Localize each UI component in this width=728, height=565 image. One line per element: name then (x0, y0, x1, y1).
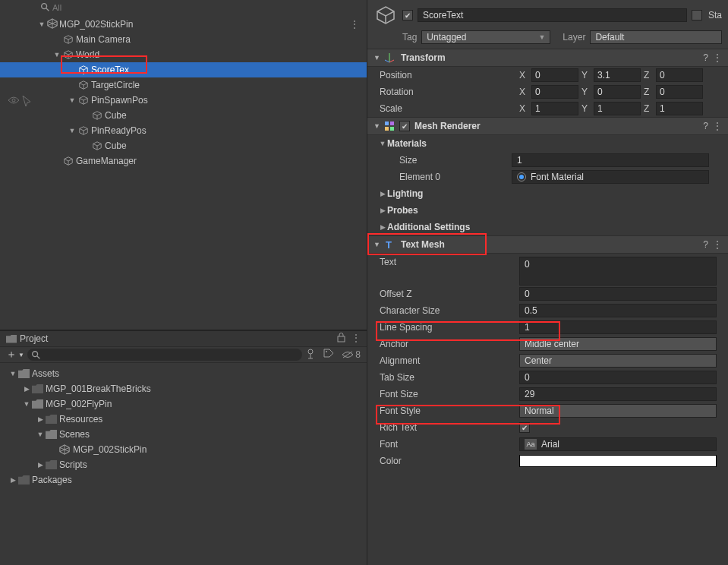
scale-z-field[interactable]: 1 (656, 102, 703, 115)
line-spacing-field[interactable]: 1 (519, 320, 717, 334)
meshrenderer-component-header[interactable]: ▼ Mesh Renderer ? ⋮ (367, 117, 728, 135)
lock-icon[interactable] (337, 333, 345, 345)
create-button[interactable]: ＋▼ (6, 348, 24, 361)
character-size-field[interactable]: 0.5 (519, 304, 717, 317)
tree-item-scoretex[interactable]: ScoreTex (0, 62, 367, 77)
folder-item[interactable]: ▶ Scripts (0, 457, 367, 472)
kebab-icon[interactable]: ⋮ (351, 333, 361, 345)
folder-item[interactable]: ▶ Resources (0, 412, 367, 427)
foldout-icon[interactable]: ▶ (35, 415, 46, 423)
tree-item-world[interactable]: ▼ World (0, 47, 367, 62)
foldout-icon[interactable]: ▼ (8, 370, 18, 377)
static-checkbox[interactable] (692, 10, 702, 21)
packages-folder[interactable]: ▶ Packages (0, 472, 367, 488)
help-icon[interactable]: ? (703, 239, 708, 250)
kebab-icon[interactable]: ⋮ (713, 121, 722, 131)
font-field[interactable]: Aa Arial (519, 437, 717, 451)
project-tab[interactable]: Project ⋮ (0, 331, 367, 346)
foldout-icon[interactable]: ▼ (67, 96, 77, 104)
foldout-icon[interactable]: ▼ (378, 140, 387, 147)
tab-size-label: Tab Size (380, 372, 516, 383)
kebab-icon[interactable]: ⋮ (713, 239, 722, 250)
foldout-icon[interactable]: ▶ (378, 207, 387, 214)
rotation-x-field[interactable]: 0 (531, 85, 578, 99)
layer-dropdown[interactable]: Default (590, 30, 722, 44)
tree-item-cube[interactable]: Cube (0, 138, 367, 153)
element0-field[interactable]: Font Material (512, 170, 709, 184)
foldout-icon[interactable]: ▶ (378, 223, 387, 231)
rotation-z-field[interactable]: 0 (656, 85, 703, 99)
foldout-icon[interactable]: ▶ (35, 461, 46, 469)
position-y-field[interactable]: 3.1 (594, 68, 641, 82)
lighting-header[interactable]: Lighting (387, 188, 423, 199)
gameobject-icon (77, 94, 90, 106)
hidden-count-icon[interactable]: 8 (342, 349, 361, 360)
tree-item-pinspawnpos[interactable]: ▼ PinSpawnPos (0, 93, 367, 108)
assets-folder[interactable]: ▼ Assets (0, 366, 367, 381)
foldout-icon[interactable]: ▼ (67, 127, 77, 134)
tree-item-targetcircle[interactable]: TargetCircle (0, 77, 367, 93)
svg-text:T: T (386, 239, 392, 250)
foldout-icon[interactable]: ▼ (52, 51, 62, 58)
project-search[interactable] (27, 349, 302, 361)
foldout-icon[interactable]: ▶ (8, 476, 18, 484)
color-field[interactable] (519, 455, 717, 467)
materials-size-field[interactable]: 1 (512, 153, 709, 167)
foldout-icon[interactable]: ▼ (21, 400, 32, 408)
folder-item[interactable]: ▶ MGP_001BreakTheBricks (0, 381, 367, 396)
tree-item-pinreadypos[interactable]: ▼ PinReadyPos (0, 123, 367, 138)
help-icon[interactable]: ? (703, 52, 708, 63)
hierarchy-search[interactable]: All (52, 3, 61, 12)
additional-settings-header[interactable]: Additional Settings (387, 222, 470, 232)
help-icon[interactable]: ? (703, 121, 708, 131)
filter-label-icon[interactable] (323, 349, 334, 361)
font-style-dropdown[interactable]: Normal (519, 404, 717, 418)
tree-item-gamemanager[interactable]: GameManager (0, 153, 367, 169)
foldout-icon[interactable]: ▼ (373, 54, 383, 62)
svg-rect-25 (338, 336, 345, 342)
axis-x-label: X (519, 70, 528, 80)
foldout-icon[interactable]: ▶ (21, 385, 32, 393)
tree-item-cube[interactable]: Cube (0, 108, 367, 123)
tree-item-label: Cube (103, 140, 127, 151)
meshrenderer-icon (383, 121, 396, 131)
foldout-icon[interactable]: ▼ (35, 431, 46, 438)
kebab-icon[interactable]: ⋮ (350, 19, 359, 30)
tree-item-label: TargetCircle (90, 80, 140, 90)
filter-type-icon[interactable] (305, 349, 316, 361)
offsetz-field[interactable]: 0 (519, 287, 717, 301)
foldout-icon[interactable]: ▼ (36, 21, 47, 28)
folder-icon (18, 475, 30, 485)
tree-item-main-camera[interactable]: Main Camera (0, 32, 367, 47)
tab-size-field[interactable]: 0 (519, 371, 717, 384)
tag-dropdown[interactable]: Untagged ▼ (421, 30, 550, 44)
position-z-field[interactable]: 0 (656, 68, 703, 82)
rotation-y-field[interactable]: 0 (594, 85, 641, 99)
svg-rect-43 (390, 127, 394, 131)
transform-component-header[interactable]: ▼ Transform ? ⋮ (367, 49, 728, 67)
foldout-icon[interactable]: ▶ (378, 190, 387, 197)
textmesh-component-header[interactable]: ▼ T Text Mesh ? ⋮ (367, 235, 728, 254)
folder-item[interactable]: ▼ MGP_002FlyPin (0, 396, 367, 412)
scene-row[interactable]: ▼ MGP_002StickPin ⋮ (0, 17, 367, 32)
foldout-icon[interactable]: ▼ (373, 241, 383, 248)
scale-x-field[interactable]: 1 (531, 102, 578, 115)
rich-text-checkbox[interactable] (519, 422, 530, 433)
alignment-dropdown[interactable]: Center (519, 354, 717, 368)
font-size-field[interactable]: 29 (519, 387, 717, 401)
anchor-dropdown[interactable]: Middle center (519, 337, 717, 351)
component-enabled-checkbox[interactable] (399, 121, 410, 131)
gameobject-icon[interactable] (373, 3, 398, 27)
text-field[interactable]: 0 (519, 257, 717, 286)
kebab-icon[interactable]: ⋮ (713, 52, 722, 63)
foldout-icon[interactable]: ▼ (373, 122, 383, 130)
folder-item[interactable]: ▼ Scenes (0, 427, 367, 442)
position-x-field[interactable]: 0 (531, 68, 578, 82)
pick-icon[interactable] (21, 96, 30, 109)
gameobject-name-field[interactable]: ScoreText (418, 8, 687, 22)
scale-y-field[interactable]: 1 (594, 102, 641, 115)
visibility-icon[interactable] (8, 96, 20, 109)
probes-header[interactable]: Probes (387, 205, 418, 216)
scene-asset[interactable]: MGP_002StickPin (0, 442, 367, 457)
active-checkbox[interactable] (402, 10, 413, 21)
